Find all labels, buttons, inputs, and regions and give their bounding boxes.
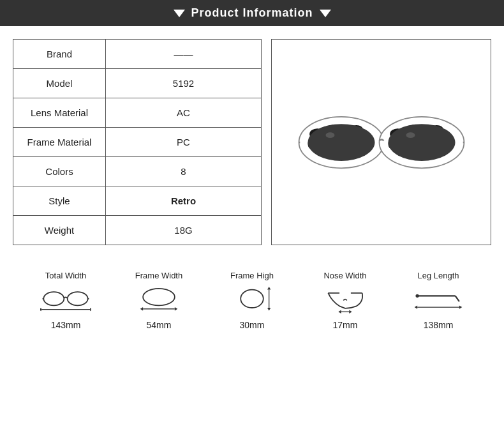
header-title: Product Information	[191, 6, 313, 20]
table-value: ——	[106, 40, 262, 69]
table-value: 5192	[106, 69, 262, 98]
frame-high-value: 30mm	[240, 320, 265, 330]
table-label: Brand	[13, 40, 106, 69]
svg-point-26	[325, 132, 334, 138]
product-image	[292, 104, 471, 181]
svg-marker-38	[175, 307, 177, 310]
table-label: Colors	[13, 157, 106, 186]
svg-point-39	[241, 290, 263, 308]
svg-marker-47	[349, 310, 352, 314]
svg-marker-41	[267, 287, 271, 289]
nose-width-value: 17mm	[333, 320, 358, 330]
frame-width-value: 54mm	[147, 320, 172, 330]
table-label: Style	[13, 186, 106, 216]
table-value: 8	[106, 157, 262, 186]
table-label: Frame Material	[13, 128, 106, 157]
total-width-icon	[40, 284, 91, 316]
left-triangle-icon	[174, 10, 185, 17]
measure-frame-high: Frame High 30mm	[220, 271, 284, 330]
table-value: PC	[106, 128, 262, 157]
leg-length-value: 138mm	[424, 320, 454, 330]
svg-point-28	[43, 292, 64, 305]
right-triangle-icon	[320, 10, 331, 17]
svg-point-35	[143, 289, 175, 306]
main-content: Brand——Model5192Lens MaterialACFrame Mat…	[0, 26, 504, 252]
measurements-section: Total Width 143mm Frame Width 54mm Fram	[0, 258, 504, 337]
frame-width-label: Frame Width	[135, 271, 182, 280]
total-width-label: Total Width	[45, 271, 86, 280]
svg-marker-52	[415, 305, 417, 308]
frame-high-label: Frame High	[230, 271, 274, 280]
svg-marker-33	[40, 308, 41, 311]
svg-marker-46	[338, 310, 341, 314]
table-label: Lens Material	[13, 98, 106, 128]
table-value: AC	[106, 98, 262, 128]
table-value: 18G	[106, 216, 262, 245]
svg-line-49	[456, 296, 459, 301]
svg-point-27	[406, 132, 415, 138]
product-info-table: Brand——Model5192Lens MaterialACFrame Mat…	[13, 39, 262, 245]
svg-marker-42	[267, 308, 271, 310]
table-value: Retro	[106, 186, 262, 216]
nose-width-icon	[320, 284, 371, 316]
svg-point-50	[415, 294, 419, 298]
svg-point-22	[388, 124, 455, 161]
measure-total-width: Total Width 143mm	[34, 271, 98, 330]
svg-marker-37	[140, 307, 143, 310]
total-width-value: 143mm	[51, 320, 81, 330]
nose-width-label: Nose Width	[323, 271, 366, 280]
frame-width-icon	[133, 284, 184, 316]
svg-point-29	[68, 292, 88, 305]
svg-marker-53	[459, 305, 462, 308]
measure-leg-length: Leg Length 138mm	[406, 271, 470, 330]
product-image-box	[271, 39, 491, 245]
table-label: Weight	[13, 216, 106, 245]
leg-length-icon	[413, 284, 464, 316]
leg-length-label: Leg Length	[417, 271, 459, 280]
frame-high-icon	[226, 284, 278, 316]
measure-nose-width: Nose Width 17mm	[313, 271, 377, 330]
svg-marker-34	[90, 308, 91, 311]
table-label: Model	[13, 69, 106, 98]
page-header: Product Information	[0, 0, 504, 26]
measure-frame-width: Frame Width 54mm	[127, 271, 191, 330]
svg-point-11	[308, 124, 374, 161]
